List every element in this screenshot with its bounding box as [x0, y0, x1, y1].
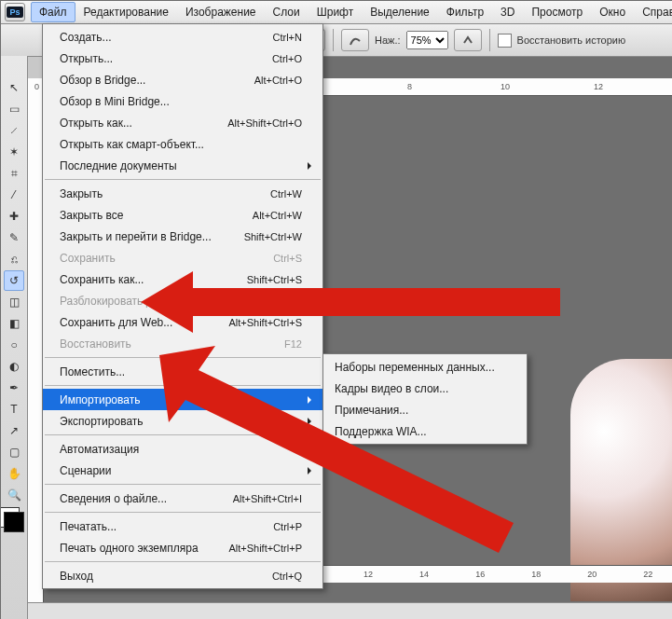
app-window: Ps ФайлРедактированиеИзображениеСлоиШриф… — [0, 0, 672, 619]
menu-item-label: Обзор в Bridge... — [60, 74, 145, 87]
menu-item-label: Экспортировать — [60, 415, 144, 428]
menu-item[interactable]: Сохранить как...Shift+Ctrl+S — [43, 268, 322, 290]
menu-item-label: Обзор в Mini Bridge... — [60, 95, 170, 108]
menu-item-shortcut: F12 — [284, 338, 302, 350]
shape-tool[interactable]: ▢ — [4, 442, 24, 462]
menu-item-shortcut: Ctrl+W — [270, 188, 302, 199]
menu-item-shortcut: Ctrl+S — [273, 253, 302, 264]
menu-item[interactable]: Автоматизация — [43, 438, 322, 460]
menu-item: СохранитьCtrl+S — [43, 247, 322, 268]
menu-item-label: Сведения о файле... — [60, 492, 167, 505]
menu-item-label: Восстановить — [60, 337, 131, 351]
menu-item-shortcut: Alt+Ctrl+W — [253, 210, 302, 221]
menu-item-label: Закрыть и перейти в Bridge... — [60, 230, 212, 243]
airbrush-toggle-icon[interactable] — [341, 29, 369, 51]
submenu-item[interactable]: Поддержка WIA... — [323, 420, 527, 442]
restore-history-checkbox[interactable] — [498, 34, 512, 48]
menu-item[interactable]: Обзор в Bridge...Alt+Ctrl+O — [43, 69, 322, 90]
type-tool[interactable]: T — [4, 399, 24, 420]
menu-item[interactable]: Открыть как...Alt+Shift+Ctrl+O — [43, 112, 322, 133]
move-tool[interactable]: ↖ — [4, 77, 24, 98]
menu-item-label: Создать... — [60, 31, 112, 44]
menu-item[interactable]: Экспортировать — [43, 410, 322, 432]
menu-файл[interactable]: Файл — [31, 2, 75, 22]
pressure-select[interactable]: 75% — [406, 31, 448, 49]
gradient-tool[interactable]: ◧ — [4, 313, 24, 334]
pressure-label: Наж.: — [375, 34, 401, 46]
lasso-tool[interactable]: ⟋ — [4, 120, 24, 141]
menu-справ[interactable]: Справ — [634, 2, 672, 22]
magic-wand-tool[interactable]: ✶ — [4, 142, 24, 162]
clone-stamp-tool[interactable]: ⎌ — [4, 249, 24, 269]
pen-tool[interactable]: ✒ — [4, 378, 24, 398]
history-brush-tool[interactable]: ↺ — [4, 270, 24, 291]
menu-item[interactable]: ЗакрытьCtrl+W — [43, 183, 322, 204]
menu-item-label: Выход — [60, 570, 93, 583]
menu-item[interactable]: Последние документы — [43, 155, 322, 176]
submenu-item[interactable]: Кадры видео в слои... — [323, 378, 527, 399]
eyedropper-tool[interactable]: ⁄ — [4, 185, 24, 205]
menu-item[interactable]: Поместить... — [43, 361, 322, 382]
hand-tool[interactable]: ✋ — [4, 463, 24, 484]
marquee-tool[interactable]: ▭ — [4, 99, 24, 119]
menu-item-shortcut: Ctrl+P — [273, 521, 302, 532]
menu-item[interactable]: ВыходCtrl+Q — [43, 565, 322, 586]
scrollbar-horizontal[interactable] — [27, 602, 672, 619]
menu-item[interactable]: Закрыть и перейти в Bridge...Shift+Ctrl+… — [43, 226, 322, 247]
healing-brush-tool[interactable]: ✚ — [4, 206, 24, 227]
menu-3d[interactable]: 3D — [492, 2, 523, 22]
menu-item-shortcut: Ctrl+N — [273, 32, 302, 43]
menu-item-shortcut: Alt+Shift+Ctrl+O — [227, 117, 302, 129]
menu-item-label: Поместить... — [60, 365, 125, 378]
menu-шрифт[interactable]: Шрифт — [309, 2, 362, 22]
menu-item-label: Сохранить — [60, 252, 116, 265]
submenu-item[interactable]: Примечания... — [323, 399, 527, 420]
blur-tool[interactable]: ○ — [4, 335, 24, 355]
path-select-tool[interactable]: ↗ — [4, 420, 24, 441]
svg-text:Ps: Ps — [9, 7, 20, 17]
menu-item[interactable]: Создать...Ctrl+N — [43, 26, 322, 48]
crop-tool[interactable]: ⌗ — [4, 163, 24, 184]
menu-item[interactable]: Сохранить для Web...Alt+Shift+Ctrl+S — [43, 311, 322, 333]
menubar: Ps ФайлРедактированиеИзображениеСлоиШриф… — [1, 1, 672, 24]
file-menu-dropdown: Создать...Ctrl+NОткрыть...Ctrl+OОбзор в … — [42, 23, 323, 589]
menu-item[interactable]: Сведения о файле...Alt+Shift+Ctrl+I — [43, 488, 322, 509]
menu-item-shortcut: Shift+Ctrl+S — [247, 274, 302, 285]
dodge-tool[interactable]: ◐ — [4, 356, 24, 377]
menu-item-label: Закрыть все — [60, 209, 123, 222]
menu-item[interactable]: Печатать...Ctrl+P — [43, 516, 322, 537]
menu-просмотр[interactable]: Просмотр — [523, 2, 591, 22]
eraser-tool[interactable]: ◫ — [4, 292, 24, 312]
menu-item-label: Закрыть — [60, 187, 103, 200]
menu-редактирование[interactable]: Редактирование — [75, 2, 177, 22]
menu-выделение[interactable]: Выделение — [362, 2, 438, 22]
menu-item-label: Печать одного экземпляра — [60, 542, 199, 555]
menu-фильтр[interactable]: Фильтр — [438, 2, 492, 22]
menu-item-label: Сценарии — [60, 464, 111, 477]
restore-history-label: Восстановить историю — [517, 34, 626, 46]
menu-item-shortcut: Ctrl+O — [272, 53, 302, 64]
menu-item-shortcut: Ctrl+Q — [272, 571, 302, 582]
menu-item[interactable]: Импортировать — [43, 389, 322, 410]
menu-окно[interactable]: Окно — [591, 2, 634, 22]
menu-item[interactable]: Печать одного экземпляраAlt+Shift+Ctrl+P — [43, 537, 322, 558]
tool-palette: ↖▭⟋✶⌗⁄✚✎⎌↺◫◧○◐✒T↗▢✋🔍 — [1, 56, 28, 619]
menu-item[interactable]: Закрыть всеAlt+Ctrl+W — [43, 204, 322, 226]
menu-item-label: Открыть... — [60, 52, 113, 65]
menu-item: ВосстановитьF12 — [43, 333, 322, 354]
menu-item[interactable]: Открыть...Ctrl+O — [43, 48, 322, 69]
zoom-tool[interactable]: 🔍 — [4, 485, 24, 505]
menu-item-label: Автоматизация — [60, 443, 139, 456]
app-logo-icon[interactable]: Ps — [5, 3, 25, 21]
opt-button-2[interactable] — [454, 29, 482, 51]
menu-item-label: Разблокировать для записи... — [60, 295, 213, 308]
menu-item-label: Сохранить для Web... — [60, 316, 172, 329]
submenu-item[interactable]: Наборы переменных данных... — [323, 356, 527, 378]
brush-tool[interactable]: ✎ — [4, 227, 24, 248]
menu-item[interactable]: Обзор в Mini Bridge... — [43, 90, 322, 112]
menu-изображение[interactable]: Изображение — [177, 2, 265, 22]
menu-слои[interactable]: Слои — [265, 2, 309, 22]
menu-item[interactable]: Открыть как смарт-объект... — [43, 133, 322, 155]
color-swatch[interactable] — [4, 512, 24, 532]
menu-item[interactable]: Сценарии — [43, 460, 322, 481]
